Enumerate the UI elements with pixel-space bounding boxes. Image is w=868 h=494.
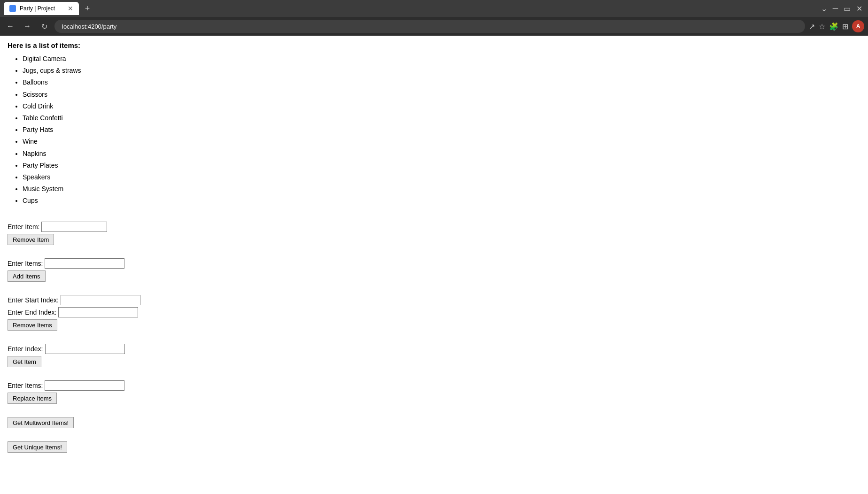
forward-button[interactable]: → <box>21 20 34 33</box>
bookmark-icon[interactable]: ☆ <box>819 22 825 31</box>
get-item-input[interactable] <box>45 344 125 354</box>
address-bar: ← → ↻ ↗ ☆ 🧩 ⊞ A <box>0 17 868 36</box>
tab-controls: ⌄ ─ ▭ ✕ <box>819 4 864 13</box>
share-icon[interactable]: ↗ <box>809 22 815 31</box>
end-index-input[interactable] <box>58 307 138 317</box>
remove-items-end-row: Enter End Index: <box>8 307 860 317</box>
get-unique-section: Get Unique Items! <box>8 441 860 453</box>
window-close-button[interactable]: ✕ <box>854 4 864 13</box>
replace-items-row: Enter Items: <box>8 380 860 391</box>
tab-title: Party | Project <box>20 5 64 12</box>
list-item: Party Plates <box>23 160 860 171</box>
list-item: Cups <box>23 195 860 207</box>
profile-icon[interactable]: ⊞ <box>842 22 848 31</box>
back-button[interactable]: ← <box>4 20 17 33</box>
replace-items-label: Enter Items: <box>8 382 43 389</box>
remove-item-row: Enter Item: <box>8 222 860 232</box>
list-item: Music System <box>23 183 860 195</box>
end-index-label: Enter End Index: <box>8 309 56 316</box>
list-item: Scissors <box>23 89 860 100</box>
remove-items-section: Enter Start Index: Enter End Index: Remo… <box>8 295 860 331</box>
get-unique-button[interactable]: Get Unique Items! <box>8 441 67 453</box>
list-item: Table Confetti <box>23 112 860 124</box>
start-index-label: Enter Start Index: <box>8 296 59 304</box>
new-tab-button[interactable]: + <box>81 2 94 15</box>
list-item: Balloons <box>23 77 860 88</box>
list-item: Jugs, cups & straws <box>23 65 860 77</box>
add-items-input[interactable] <box>45 258 124 269</box>
browser-chrome: Party | Project ✕ + ⌄ ─ ▭ ✕ ← → ↻ ↗ ☆ 🧩 … <box>0 0 868 36</box>
reload-button[interactable]: ↻ <box>38 20 51 33</box>
tab-list-icon[interactable]: ⌄ <box>819 4 829 13</box>
list-item: Napkins <box>23 148 860 160</box>
replace-items-input[interactable] <box>45 380 124 391</box>
get-item-section: Enter Index: Get Item <box>8 344 860 367</box>
remove-items-button[interactable]: Remove Items <box>8 319 57 331</box>
get-item-button[interactable]: Get Item <box>8 356 41 367</box>
tab-close-button[interactable]: ✕ <box>68 5 73 12</box>
page-title: Here is a list of items: <box>8 41 860 49</box>
add-items-label: Enter Items: <box>8 260 43 267</box>
address-icons: ↗ ☆ 🧩 ⊞ A <box>809 20 864 32</box>
get-multiword-section: Get Multiword Items! <box>8 417 860 428</box>
address-input[interactable] <box>54 20 805 33</box>
remove-item-label: Enter Item: <box>8 223 39 231</box>
minimize-button[interactable]: ─ <box>831 4 840 13</box>
tab-favicon <box>9 5 16 12</box>
add-items-section: Enter Items: Add Items <box>8 258 860 282</box>
items-list: Digital CameraJugs, cups & strawsBalloon… <box>8 53 860 207</box>
restore-button[interactable]: ▭ <box>842 4 852 13</box>
list-item: Digital Camera <box>23 53 860 65</box>
page-content: Here is a list of items: Digital CameraJ… <box>0 36 868 466</box>
remove-item-button[interactable]: Remove Item <box>8 234 54 245</box>
extensions-icon[interactable]: 🧩 <box>829 22 838 31</box>
get-item-row: Enter Index: <box>8 344 860 354</box>
list-item: Cold Drink <box>23 100 860 112</box>
remove-item-section: Enter Item: Remove Item <box>8 222 860 245</box>
active-tab[interactable]: Party | Project ✕ <box>4 2 79 15</box>
avatar[interactable]: A <box>852 20 864 32</box>
add-items-row: Enter Items: <box>8 258 860 269</box>
remove-items-start-row: Enter Start Index: <box>8 295 860 305</box>
list-item: Speakers <box>23 171 860 183</box>
get-item-label: Enter Index: <box>8 345 43 353</box>
tab-bar: Party | Project ✕ + ⌄ ─ ▭ ✕ <box>0 0 868 17</box>
list-item: Wine <box>23 136 860 147</box>
replace-items-section: Enter Items: Replace Items <box>8 380 860 404</box>
remove-item-input[interactable] <box>41 222 107 232</box>
add-items-button[interactable]: Add Items <box>8 270 46 282</box>
list-item: Party Hats <box>23 124 860 136</box>
replace-items-button[interactable]: Replace Items <box>8 393 57 404</box>
get-multiword-button[interactable]: Get Multiword Items! <box>8 417 74 428</box>
start-index-input[interactable] <box>61 295 140 305</box>
